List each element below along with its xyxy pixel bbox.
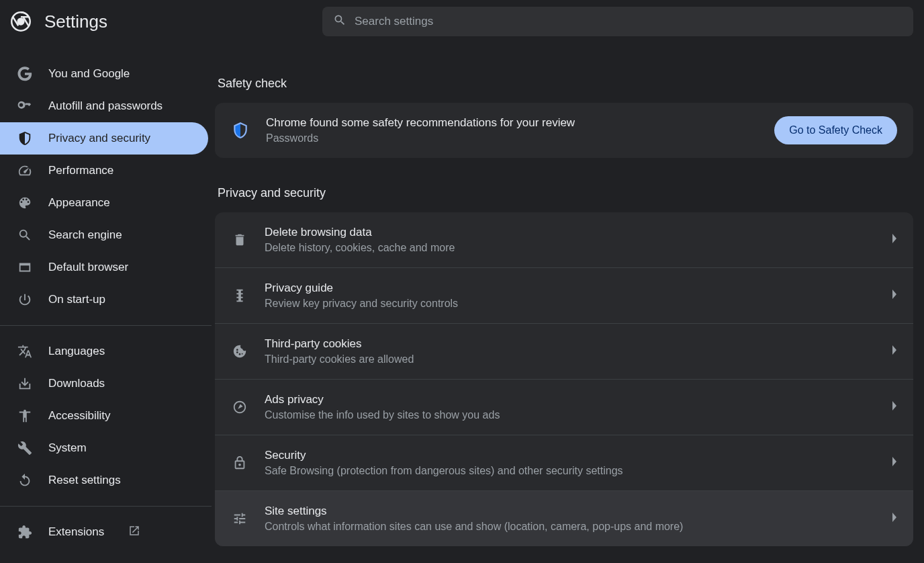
go-to-safety-check-button[interactable]: Go to Safety Check [774,116,897,144]
sidebar-item-downloads[interactable]: Downloads [0,367,215,400]
sidebar-item-label: On start-up [48,293,105,306]
row-site-settings[interactable]: Site settings Controls what information … [215,490,913,546]
safety-card-sub: Passwords [266,132,758,144]
safety-check-card: Chrome found some safety recommendations… [215,103,913,158]
safety-check-title: Safety check [215,77,913,91]
lock-icon [231,456,248,470]
row-title: Third-party cookies [265,337,874,351]
sidebar-item-accessibility[interactable]: Accessibility [0,400,215,432]
sidebar-item-label: Reset settings [48,474,121,487]
wrench-icon [17,441,32,456]
cookie-icon [231,344,248,359]
sidebar-item-label: Languages [48,345,105,358]
sidebar-item-default-browser[interactable]: Default browser [0,251,215,284]
sidebar-item-label: Extensions [48,525,104,539]
extension-icon [17,525,32,539]
chrome-logo-icon [11,11,31,32]
sidebar-item-label: Appearance [48,196,110,210]
row-sub: Safe Browsing (protection from dangerous… [265,465,874,477]
chevron-right-icon [890,401,897,413]
page-title: Settings [44,11,107,32]
sidebar-item-search-engine[interactable]: Search engine [0,219,215,251]
trash-icon [231,232,248,247]
chevron-right-icon [890,234,897,246]
sidebar-item-label: System [48,441,87,455]
row-title: Delete browsing data [265,226,874,239]
privacy-list: Delete browsing data Delete history, coo… [215,212,913,546]
reset-icon [17,473,32,488]
search-icon [333,13,346,30]
row-sub: Customise the info used by sites to show… [265,409,874,421]
sidebar-item-you-google[interactable]: You and Google [0,58,215,90]
row-privacy-guide[interactable]: Privacy guide Review key privacy and sec… [215,267,913,323]
sidebar-item-performance[interactable]: Performance [0,155,215,187]
google-icon [17,67,32,81]
row-security[interactable]: Security Safe Browsing (protection from … [215,435,913,490]
shield-icon [231,122,250,139]
accessibility-icon [17,408,32,423]
sidebar-item-autofill[interactable]: Autofill and passwords [0,90,215,122]
sidebar-item-label: Performance [48,164,113,177]
palette-icon [17,196,32,210]
translate-icon [17,344,32,359]
header-left: Settings [11,11,322,32]
sidebar: You and Google Autofill and passwords Pr… [0,43,215,563]
sidebar-item-extensions[interactable]: Extensions [0,516,215,548]
sidebar-item-languages[interactable]: Languages [0,335,215,367]
guide-icon [231,288,248,303]
search-bar[interactable] [322,7,913,36]
row-third-party-cookies[interactable]: Third-party cookies Third-party cookies … [215,323,913,379]
download-icon [17,376,32,391]
divider [0,506,212,507]
row-sub: Delete history, cookies, cache and more [265,242,874,254]
chevron-right-icon [890,513,897,525]
sidebar-item-label: Downloads [48,377,105,390]
ads-icon [231,400,248,415]
divider [0,325,212,326]
row-title: Privacy guide [265,282,874,295]
chevron-right-icon [890,290,897,302]
chevron-right-icon [890,457,897,469]
sidebar-item-label: Accessibility [48,409,111,423]
sidebar-item-label: Privacy and security [48,132,150,145]
search-input[interactable] [355,15,903,28]
chevron-right-icon [890,345,897,357]
speed-icon [17,163,32,178]
row-sub: Controls what information sites can use … [265,521,874,533]
row-title: Security [265,449,874,462]
launch-icon [128,525,140,539]
row-sub: Third-party cookies are allowed [265,353,874,365]
row-delete-browsing-data[interactable]: Delete browsing data Delete history, coo… [215,212,913,267]
sidebar-item-system[interactable]: System [0,432,215,464]
tune-icon [231,511,248,526]
content: Safety check Chrome found some safety re… [215,43,924,563]
row-title: Site settings [265,505,874,518]
browser-icon [17,260,32,275]
header: Settings [0,0,924,43]
row-sub: Review key privacy and security controls [265,298,874,310]
sidebar-item-label: Default browser [48,261,128,274]
sidebar-item-label: Autofill and passwords [48,99,163,113]
key-icon [17,99,32,114]
sidebar-item-label: You and Google [48,67,130,81]
sidebar-item-on-startup[interactable]: On start-up [0,284,215,316]
row-title: Ads privacy [265,393,874,406]
sidebar-item-reset[interactable]: Reset settings [0,464,215,496]
sidebar-item-appearance[interactable]: Appearance [0,187,215,219]
row-ads-privacy[interactable]: Ads privacy Customise the info used by s… [215,379,913,435]
shield-icon [17,131,32,146]
privacy-section-title: Privacy and security [215,186,913,200]
safety-card-title: Chrome found some safety recommendations… [266,116,758,130]
power-icon [17,292,32,307]
sidebar-item-privacy[interactable]: Privacy and security [0,122,208,155]
search-icon [17,228,32,243]
sidebar-item-label: Search engine [48,228,122,242]
